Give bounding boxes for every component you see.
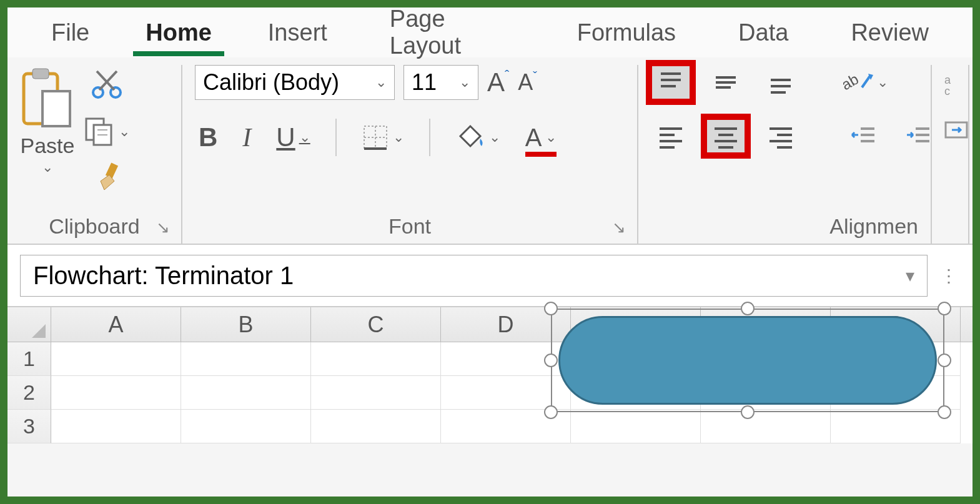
ribbon-tabs: File Home Insert Page Layout Formulas Da…: [7, 7, 973, 57]
resize-handle-tr[interactable]: [938, 302, 951, 315]
down-caret-icon: ˇ: [533, 69, 537, 84]
resize-handle-tl[interactable]: [544, 302, 558, 315]
up-caret-icon: ˆ: [505, 67, 509, 84]
cell[interactable]: [311, 342, 441, 376]
alignment-group-label: Alignmen: [829, 214, 918, 239]
cell[interactable]: [181, 376, 311, 410]
cell[interactable]: [181, 410, 311, 443]
borders-icon: [362, 124, 389, 151]
underline-label: U: [276, 122, 295, 152]
increase-font-size-button[interactable]: Aˆ: [487, 67, 509, 97]
resize-handle-tm[interactable]: [741, 302, 755, 315]
tab-data[interactable]: Data: [707, 13, 819, 52]
resize-handle-ml[interactable]: [544, 353, 558, 367]
resize-handle-br[interactable]: [938, 405, 951, 419]
tab-file[interactable]: File: [20, 13, 121, 52]
cell[interactable]: [571, 410, 701, 443]
formula-bar-more-icon[interactable]: ⋮: [940, 265, 960, 286]
ribbon: Paste ⌄: [7, 57, 973, 245]
merge-cells-icon[interactable]: [944, 117, 969, 142]
middle-align-icon: [712, 70, 740, 95]
tab-formulas[interactable]: Formulas: [546, 13, 707, 52]
bottom-align-button[interactable]: [761, 65, 801, 100]
select-all-triangle-icon: [31, 323, 47, 339]
clipboard-group-label: Clipboard: [49, 214, 140, 239]
resize-handle-bl[interactable]: [544, 405, 558, 419]
excel-window: File Home Insert Page Layout Formulas Da…: [0, 0, 980, 504]
underline-button[interactable]: U ⌄: [276, 122, 310, 152]
paste-button[interactable]: Paste ⌄: [20, 65, 75, 175]
chevron-down-icon: ⌄: [489, 129, 500, 146]
font-group-label: Font: [389, 214, 431, 239]
svg-text:a: a: [944, 74, 951, 86]
row-header-3[interactable]: 3: [7, 410, 51, 443]
font-color-button[interactable]: A ⌄: [525, 124, 557, 152]
fill-color-button[interactable]: ⌄: [455, 124, 500, 151]
tab-home[interactable]: Home: [121, 13, 237, 52]
column-header-A[interactable]: A: [51, 307, 181, 342]
cell[interactable]: [311, 376, 441, 410]
font-color-swatch: [525, 152, 557, 157]
align-left-icon: [657, 124, 685, 149]
tab-review[interactable]: Review: [819, 13, 960, 52]
paste-dropdown-icon: ⌄: [42, 159, 53, 175]
tab-insert[interactable]: Insert: [237, 13, 359, 52]
row-header-1[interactable]: 1: [7, 342, 51, 376]
tab-page-layout[interactable]: Page Layout: [359, 0, 546, 66]
top-align-button[interactable]: [651, 65, 691, 100]
cell[interactable]: [701, 410, 831, 443]
increase-indent-icon: [904, 124, 932, 149]
group-clipboard: Paste ⌄: [7, 65, 182, 244]
fill-color-swatch: [455, 151, 500, 156]
cell[interactable]: [51, 342, 181, 376]
italic-button[interactable]: I: [242, 122, 251, 152]
borders-button[interactable]: ⌄: [362, 124, 404, 151]
select-all-corner[interactable]: [7, 307, 51, 342]
resize-handle-bm[interactable]: [741, 405, 755, 419]
terminator-fill: [558, 316, 937, 405]
shrink-font-label: A: [518, 69, 533, 96]
group-alignment: ab ⌄: [638, 65, 932, 244]
wrap-text-icon[interactable]: ac: [944, 71, 969, 99]
chevron-down-icon: ▾: [906, 265, 914, 286]
decrease-font-size-button[interactable]: Aˇ: [518, 69, 537, 96]
bold-button[interactable]: B: [199, 122, 217, 152]
flowchart-terminator-shape[interactable]: [551, 309, 944, 412]
align-right-icon: [767, 124, 794, 149]
middle-align-button[interactable]: [706, 65, 746, 100]
name-box[interactable]: Flowchart: Terminator 1 ▾: [20, 255, 928, 297]
align-right-button[interactable]: [761, 119, 801, 154]
font-name-dropdown[interactable]: Calibri (Body) ⌄: [195, 65, 395, 100]
cell[interactable]: [311, 410, 441, 443]
font-launcher[interactable]: ↘: [612, 218, 626, 237]
decrease-indent-button[interactable]: [843, 119, 883, 154]
orientation-icon: ab: [843, 69, 874, 96]
cell[interactable]: [181, 342, 311, 376]
svg-text:c: c: [944, 85, 950, 97]
align-left-button[interactable]: [651, 119, 691, 154]
chevron-down-icon: ⌄: [459, 74, 470, 91]
paintbrush-icon: [91, 161, 123, 194]
resize-handle-mr[interactable]: [938, 353, 951, 367]
row-header-2[interactable]: 2: [7, 376, 51, 410]
column-header-C[interactable]: C: [311, 307, 441, 342]
copy-icon: [84, 116, 115, 147]
divider: [429, 119, 430, 156]
worksheet-grid[interactable]: A B C D E F G 1 2 3: [7, 307, 973, 443]
column-header-B[interactable]: B: [181, 307, 311, 342]
cell[interactable]: [51, 410, 181, 443]
chevron-down-icon: ⌄: [375, 74, 387, 91]
cut-button[interactable]: [91, 67, 123, 102]
format-painter-button[interactable]: [91, 161, 123, 196]
bottom-align-icon: [767, 70, 794, 95]
grow-font-label: A: [487, 67, 505, 97]
cell[interactable]: [51, 376, 181, 410]
align-center-button[interactable]: [706, 119, 746, 154]
clipboard-icon: [20, 65, 75, 132]
copy-button[interactable]: ⌄: [84, 116, 130, 147]
orientation-button[interactable]: ab ⌄: [843, 69, 888, 96]
font-size-dropdown[interactable]: 11 ⌄: [403, 65, 478, 100]
font-color-glyph: A: [525, 124, 542, 152]
clipboard-launcher[interactable]: ↘: [156, 218, 170, 237]
svg-rect-2: [42, 91, 70, 126]
